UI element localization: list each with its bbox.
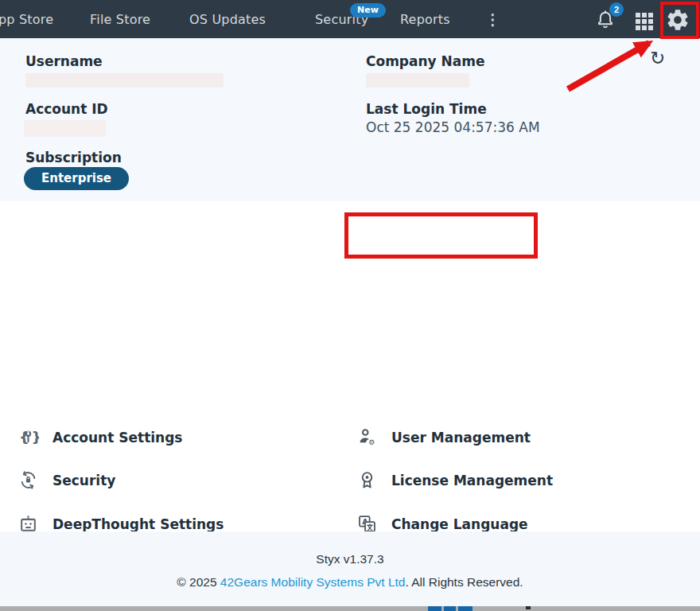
- svg-text:}: }: [32, 429, 39, 446]
- more-menu-icon[interactable]: ⋮: [485, 10, 500, 29]
- menu-item-label: Change Language: [391, 516, 528, 532]
- nav-item-app-store[interactable]: pp Store: [0, 12, 53, 27]
- subscription-label: Subscription: [25, 150, 122, 165]
- footer: Styx v1.37.3 © 2025 42Gears Mobility Sys…: [0, 531, 700, 606]
- bottom-widget-fragment: [444, 606, 456, 611]
- bottom-edge-strip: [0, 606, 700, 611]
- account-id-value-redacted: [24, 120, 106, 137]
- menu-item-label: Account Settings: [52, 430, 182, 446]
- menu-item-label: DeepThought Settings: [52, 516, 224, 532]
- notification-count-badge: 2: [609, 2, 624, 17]
- top-navbar: pp Store File Store OS Updates Security …: [0, 0, 700, 38]
- account-summary-section: Username Account ID Subscription Enterpr…: [0, 38, 700, 201]
- account-id-label: Account ID: [25, 101, 108, 117]
- company-name-value-redacted: [366, 73, 469, 88]
- nav-item-os-updates[interactable]: OS Updates: [189, 12, 266, 27]
- company-link[interactable]: 42Gears Mobility Systems Pvt Ltd: [220, 575, 406, 589]
- svg-text:⚙: ⚙: [368, 438, 375, 446]
- bottom-widget-fragment: [458, 606, 472, 611]
- company-name-label: Company Name: [366, 53, 485, 69]
- menu-item-label: License Management: [391, 473, 553, 488]
- app-version: Styx v1.37.3: [0, 552, 700, 566]
- menu-item-label: Security: [52, 473, 115, 488]
- refresh-icon[interactable]: ↻: [650, 49, 665, 68]
- username-value-redacted: [25, 73, 224, 88]
- settings-gear-icon[interactable]: [665, 7, 692, 34]
- nav-item-file-store[interactable]: File Store: [90, 12, 150, 27]
- bottom-widget-fragment: [526, 606, 531, 609]
- new-badge: New: [350, 3, 386, 18]
- settings-panel-page: pp Store File Store OS Updates Security …: [0, 0, 700, 611]
- copyright-suffix: . All Rights Reserved.: [405, 575, 523, 589]
- medal-icon: [356, 469, 378, 491]
- app-launcher-grid-icon[interactable]: [636, 13, 653, 30]
- menu-item-license-management[interactable]: License Management: [356, 469, 553, 491]
- menu-item-security[interactable]: Security: [18, 469, 115, 491]
- copyright-line: © 2025 42Gears Mobility Systems Pvt Ltd.…: [0, 575, 700, 590]
- last-login-value: Oct 25 2025 04:57:36 AM: [366, 119, 540, 135]
- nav-item-reports[interactable]: Reports: [400, 12, 450, 27]
- menu-item-user-management[interactable]: ⚙ User Management: [356, 426, 531, 448]
- username-label: Username: [25, 53, 103, 69]
- menu-item-label: User Management: [391, 430, 531, 446]
- copyright-prefix: © 2025: [177, 575, 220, 589]
- bottom-widget-fragment: [428, 606, 441, 611]
- subscription-badge: Enterprise: [24, 167, 129, 190]
- security-sync-lock-icon: [18, 469, 39, 491]
- menu-item-account-settings[interactable]: { } Account Settings: [18, 426, 182, 448]
- settings-menu-section: { } Account Settings: [0, 201, 700, 531]
- last-login-label: Last Login Time: [366, 101, 487, 117]
- user-gear-icon: ⚙: [356, 426, 378, 448]
- account-settings-icon: { }: [18, 426, 39, 448]
